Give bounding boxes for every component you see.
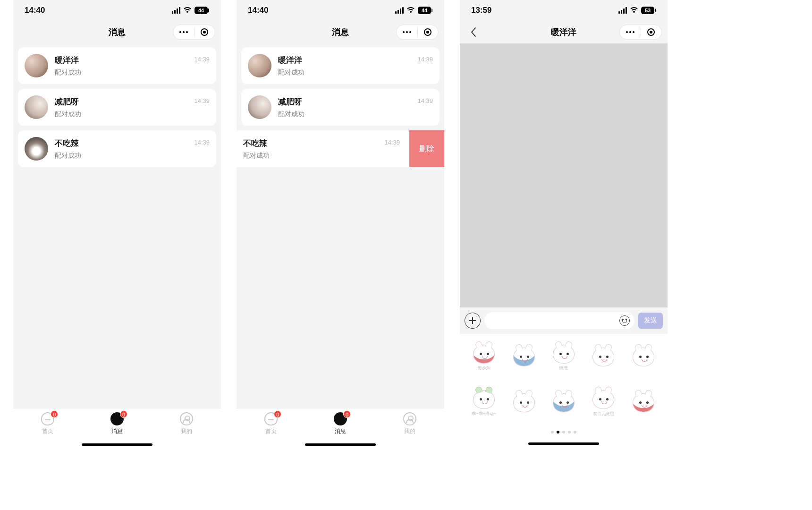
- status-bar: 14:40 44: [237, 0, 444, 21]
- conversation-list: 暖洋洋 配对成功 14:39 减肥呀 配对成功 14:39 不吃辣 配对成功 1…: [13, 43, 221, 167]
- home-indicator: [82, 443, 152, 446]
- tab-me[interactable]: 我的: [375, 412, 444, 450]
- conversation-snippet: 配对成功: [55, 152, 187, 160]
- capsule-close-button[interactable]: [194, 28, 215, 36]
- sticker-panel: 爱你的 嘿嘿 乖~乖~滑动~ 有点儿意思: [460, 334, 668, 450]
- conversation-snippet: 配对成功: [55, 110, 187, 119]
- conversation-snippet: 配对成功: [278, 110, 411, 119]
- tab-home[interactable]: 首页 0: [13, 412, 83, 450]
- conversation-item[interactable]: 暖洋洋 配对成功 14:39: [18, 47, 216, 84]
- sticker-item[interactable]: [626, 340, 661, 375]
- conversation-time: 14:39: [417, 97, 433, 104]
- title-bar: 暖洋洋: [460, 21, 668, 43]
- sticker-item[interactable]: 乖~乖~滑动~: [466, 386, 501, 421]
- wifi-icon: [183, 7, 192, 14]
- conversation-list: 暖洋洋 配对成功 14:39 减肥呀 配对成功 14:39 不吃辣 配对成功 1…: [237, 43, 444, 167]
- title-bar: 消息: [237, 21, 444, 43]
- tab-me[interactable]: 我的: [152, 412, 221, 450]
- conversation-snippet: 配对成功: [55, 68, 187, 77]
- home-indicator: [528, 442, 599, 445]
- conversation-time: 14:39: [194, 56, 210, 63]
- back-button[interactable]: [466, 25, 481, 39]
- signal-icon: [395, 7, 404, 14]
- tab-badge: 0: [274, 410, 281, 418]
- conversation-name: 减肥呀: [278, 96, 411, 107]
- conversation-item[interactable]: 暖洋洋 配对成功 14:39: [241, 47, 440, 84]
- conversation-time: 14:39: [194, 139, 210, 146]
- conversation-name: 不吃辣: [243, 138, 378, 149]
- signal-icon: [618, 7, 627, 14]
- tab-label: 我的: [404, 427, 415, 435]
- message-input[interactable]: [484, 312, 634, 329]
- avatar: [25, 54, 48, 77]
- capsule-menu-button[interactable]: [397, 31, 417, 33]
- sticker-item[interactable]: [546, 386, 581, 421]
- sticker-page-indicator: [551, 431, 576, 434]
- battery-icon: 44: [195, 7, 208, 14]
- conversation-name: 暖洋洋: [55, 55, 187, 66]
- sticker-item[interactable]: [506, 386, 541, 421]
- sticker-item[interactable]: [506, 340, 541, 375]
- avatar: [248, 95, 271, 119]
- sticker-item[interactable]: 有点儿意思: [586, 386, 621, 421]
- wifi-icon: [406, 7, 415, 14]
- avatar: [25, 137, 48, 161]
- conversation-item[interactable]: 减肥呀 配对成功 14:39: [18, 89, 216, 126]
- signal-icon: [172, 7, 180, 14]
- avatar: [25, 95, 48, 119]
- tab-bar: 首页 0 消息 0 我的: [13, 408, 221, 450]
- avatar: [248, 54, 271, 77]
- capsule-menu-button[interactable]: [173, 31, 194, 33]
- profile-icon: [180, 412, 193, 425]
- screen-messages-swipe: 14:40 44 消息 暖洋洋 配对成功 14:39 减肥呀 配对成功: [237, 0, 444, 450]
- battery-icon: 44: [418, 7, 431, 14]
- sticker-item[interactable]: [586, 340, 621, 375]
- battery-icon: 53: [641, 7, 654, 14]
- send-button[interactable]: 发送: [638, 313, 663, 329]
- miniprogram-capsule: [396, 25, 439, 40]
- conversation-time: 14:39: [194, 97, 210, 104]
- tab-label: 我的: [181, 427, 192, 435]
- status-time: 14:40: [248, 6, 268, 15]
- chat-message-area[interactable]: [460, 43, 668, 307]
- miniprogram-capsule: [619, 25, 662, 40]
- attach-button[interactable]: [465, 313, 481, 329]
- screen-messages: 14:40 44 消息 暖洋洋 配对成功 14:39 减肥呀 配对成功: [13, 0, 221, 450]
- emoji-button[interactable]: [619, 315, 630, 326]
- tab-badge: 0: [51, 410, 58, 418]
- sticker-item[interactable]: 嘿嘿: [546, 340, 581, 375]
- conversation-item-swiped[interactable]: 不吃辣 配对成功 14:39 删除: [237, 130, 444, 167]
- tab-home[interactable]: 首页 0: [237, 412, 306, 450]
- status-time: 14:40: [25, 6, 45, 15]
- status-bar: 14:40 44: [13, 0, 221, 21]
- miniprogram-capsule: [173, 25, 215, 40]
- tab-badge: 0: [120, 410, 127, 418]
- conversation-name: 暖洋洋: [278, 55, 411, 66]
- wifi-icon: [630, 7, 638, 14]
- conversation-item[interactable]: 不吃辣 配对成功 14:39: [18, 130, 216, 167]
- tab-label: 首页: [42, 427, 53, 435]
- conversation-name: 减肥呀: [55, 96, 187, 107]
- chat-input-bar: 发送: [460, 307, 668, 334]
- capsule-close-button[interactable]: [417, 28, 438, 36]
- tab-label: 首页: [265, 427, 277, 435]
- conversation-name: 不吃辣: [55, 138, 187, 149]
- capsule-menu-button[interactable]: [620, 31, 641, 33]
- tab-label: 消息: [335, 427, 346, 435]
- conversation-snippet: 配对成功: [278, 68, 411, 77]
- delete-button[interactable]: 删除: [409, 130, 444, 167]
- sticker-item[interactable]: [626, 386, 661, 421]
- capsule-close-button[interactable]: [641, 28, 661, 36]
- conversation-time: 14:39: [384, 139, 400, 146]
- conversation-item[interactable]: 减肥呀 配对成功 14:39: [241, 89, 440, 126]
- sticker-item[interactable]: 爱你的: [466, 340, 501, 375]
- page-title: 消息: [332, 26, 349, 38]
- home-indicator: [305, 443, 376, 446]
- status-bar: 13:59 53: [460, 0, 668, 21]
- status-time: 13:59: [471, 6, 491, 15]
- tab-badge: 0: [343, 410, 351, 418]
- chat-title: 暖洋洋: [551, 26, 576, 38]
- page-title: 消息: [109, 26, 126, 38]
- tab-bar: 首页 0 消息 0 我的: [237, 408, 444, 450]
- conversation-time: 14:39: [417, 56, 433, 63]
